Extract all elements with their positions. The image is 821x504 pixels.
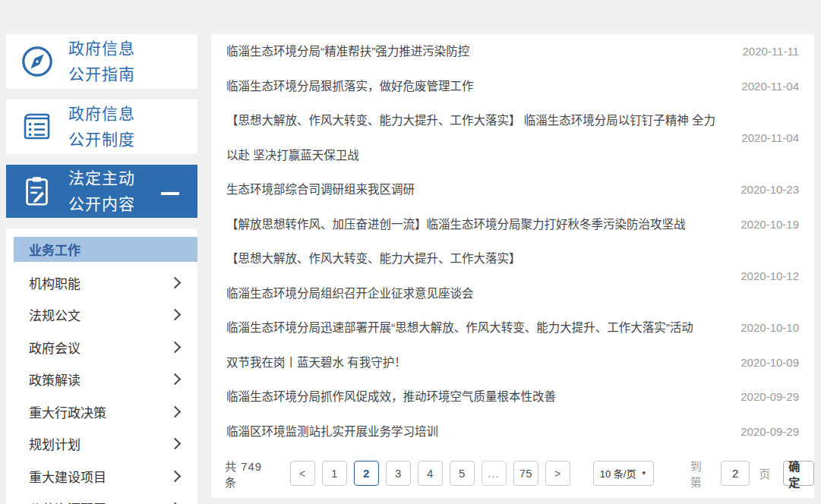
news-date: 2020-09-29 bbox=[734, 390, 799, 403]
sidebar-item-policy-interpretation[interactable]: 政策解读 bbox=[6, 364, 197, 396]
page-button-75[interactable]: 75 bbox=[513, 461, 538, 486]
minus-icon bbox=[161, 192, 179, 195]
page-button-2-active[interactable]: 2 bbox=[354, 461, 379, 486]
menu-item-label: 公共资源配置 bbox=[29, 499, 106, 504]
sidebar: 政府信息 公开指南 政府信息 公开制度 bbox=[6, 34, 197, 504]
ledger-icon bbox=[6, 109, 68, 145]
list-item[interactable]: 临淄区环境监测站扎实开展业务学习培训 2020-09-29 bbox=[211, 414, 814, 449]
goto-page-input[interactable] bbox=[721, 461, 750, 486]
news-date: 2020-09-29 bbox=[734, 425, 799, 438]
news-title-link[interactable]: 临淄生态环境分局迅速部署开展“思想大解放、作风大转变、能力大提升、工作大落实”活… bbox=[226, 310, 720, 345]
list-item[interactable]: 双节我在岗丨蓝天碧水 有我守护！ 2020-10-09 bbox=[211, 345, 814, 380]
sidebar-item-planning[interactable]: 规划计划 bbox=[6, 428, 197, 461]
news-date: 2020-10-09 bbox=[734, 356, 799, 369]
pagination-bar: 共 749 条 < 1 2 3 4 5 ... 75 > 10 条/页 ▼ 到第… bbox=[211, 449, 814, 498]
news-title-link[interactable]: 【思想大解放、作风大转变、能力大提升、工作大落实】 临淄生态环境分局组织召开企业… bbox=[226, 241, 720, 310]
sidebar-item-regulations[interactable]: 法规公文 bbox=[6, 299, 197, 332]
menu-item-label: 法规公文 bbox=[29, 305, 81, 324]
chevron-right-icon bbox=[169, 341, 182, 353]
list-item[interactable]: 临淄生态环境分局狠抓落实，做好危废管理工作 2020-11-04 bbox=[211, 69, 814, 104]
news-title-link[interactable]: 生态环境部综合司调研组来我区调研 bbox=[226, 172, 720, 207]
sidebar-item-major-decisions[interactable]: 重大行政决策 bbox=[6, 395, 197, 428]
list-item[interactable]: 临淄生态环境分局抓作风促成效，推动环境空气质量根本性改善 2020-09-29 bbox=[211, 380, 814, 414]
news-date: 2020-11-04 bbox=[734, 131, 799, 144]
sidebar-item-public-resources[interactable]: 公共资源配置 bbox=[6, 493, 197, 504]
news-date: 2020-10-23 bbox=[734, 183, 799, 196]
news-date: 2020-11-04 bbox=[734, 80, 799, 93]
news-date: 2020-10-19 bbox=[734, 218, 799, 231]
menu-item-label: 政府会议 bbox=[29, 338, 81, 357]
list-item[interactable]: 临淄生态环境分局迅速部署开展“思想大解放、作风大转变、能力大提升、工作大落实”活… bbox=[211, 310, 814, 345]
chevron-right-icon bbox=[169, 405, 182, 417]
menu-item-label: 规划计划 bbox=[29, 434, 81, 453]
sidebar-item-gov-meetings[interactable]: 政府会议 bbox=[6, 331, 197, 364]
list-item[interactable]: 【解放思想转作风、加压奋进创一流】临淄生态环境分局聚力打好秋冬季污染防治攻坚战 … bbox=[211, 207, 814, 242]
page-button-4[interactable]: 4 bbox=[418, 461, 443, 486]
news-title-link[interactable]: 双节我在岗丨蓝天碧水 有我守护！ bbox=[226, 345, 720, 380]
sidebar-submenu: 业务工作 机构职能 法规公文 政府会议 政策解读 重大行政决策 规划计划 重大建… bbox=[6, 228, 197, 504]
list-item[interactable]: 【思想大解放、作风大转变、能力大提升、工作大落实】 临淄生态环境分局以钉钉子精神… bbox=[211, 103, 814, 172]
page-ellipsis-button[interactable]: ... bbox=[482, 461, 507, 486]
menu-item-label: 机构职能 bbox=[29, 273, 81, 292]
news-date: 2020-11-11 bbox=[734, 45, 799, 58]
goto-page-suffix: 页 bbox=[759, 465, 771, 481]
chevron-right-icon bbox=[169, 470, 182, 482]
page-button-1[interactable]: 1 bbox=[322, 461, 347, 486]
news-title-link[interactable]: 【解放思想转作风、加压奋进创一流】临淄生态环境分局聚力打好秋冬季污染防治攻坚战 bbox=[226, 207, 720, 242]
chevron-right-icon bbox=[169, 438, 182, 450]
news-title-link[interactable]: 临淄生态环境分局抓作风促成效，推动环境空气质量根本性改善 bbox=[226, 380, 720, 414]
prev-page-button[interactable]: < bbox=[290, 461, 315, 486]
list-item[interactable]: 临淄生态环境分局“精准帮扶”强力推进污染防控 2020-11-11 bbox=[211, 34, 814, 69]
menu-item-label: 业务工作 bbox=[29, 240, 81, 259]
page-size-label: 10 条/页 bbox=[600, 466, 636, 480]
sidebar-item-statutory-disclosure[interactable]: 法定主动 公开内容 bbox=[6, 165, 197, 218]
menu-item-label: 重大行政决策 bbox=[29, 402, 106, 421]
list-item[interactable]: 【思想大解放、作风大转变、能力大提升、工作大落实】 临淄生态环境分局组织召开企业… bbox=[211, 241, 814, 310]
list-item[interactable]: 生态环境部综合司调研组来我区调研 2020-10-23 bbox=[211, 172, 814, 207]
page: { "colors": { "accent_blue": "#2e6cb0", … bbox=[0, 0, 821, 504]
compass-icon bbox=[6, 44, 68, 79]
page-size-select[interactable]: 10 条/页 ▼ bbox=[593, 461, 654, 486]
goto-page-prefix: 到第 bbox=[690, 458, 712, 490]
sidebar-item-business-work[interactable]: 业务工作 bbox=[14, 237, 197, 262]
sidebar-item-label: 政府信息 公开制度 bbox=[68, 101, 135, 153]
dropdown-caret-icon: ▼ bbox=[641, 470, 647, 477]
sidebar-item-disclosure-system[interactable]: 政府信息 公开制度 bbox=[6, 99, 197, 154]
total-count-label: 共 749 条 bbox=[225, 458, 273, 490]
sidebar-item-label: 政府信息 公开指南 bbox=[68, 36, 135, 87]
news-title-link[interactable]: 【思想大解放、作风大转变、能力大提升、工作大落实】 临淄生态环境分局以钉钉子精神… bbox=[226, 103, 720, 172]
chevron-right-icon bbox=[169, 276, 182, 288]
chevron-right-icon bbox=[169, 373, 182, 386]
menu-item-label: 政策解读 bbox=[29, 370, 81, 389]
sidebar-item-label: 法定主动 公开内容 bbox=[68, 165, 135, 217]
news-date: 2020-10-12 bbox=[734, 269, 799, 282]
news-date: 2020-10-10 bbox=[734, 321, 799, 334]
clipboard-pencil-icon bbox=[6, 174, 68, 209]
sidebar-item-major-projects[interactable]: 重大建设项目 bbox=[6, 460, 197, 493]
news-list-panel: 临淄生态环境分局“精准帮扶”强力推进污染防控 2020-11-11 临淄生态环境… bbox=[211, 34, 814, 498]
news-title-link[interactable]: 临淄区环境监测站扎实开展业务学习培训 bbox=[226, 414, 720, 449]
confirm-button[interactable]: 确定 bbox=[783, 461, 814, 486]
news-title-link[interactable]: 临淄生态环境分局“精准帮扶”强力推进污染防控 bbox=[226, 34, 720, 69]
chevron-right-icon bbox=[169, 309, 182, 321]
sidebar-item-org-functions[interactable]: 机构职能 bbox=[6, 266, 197, 299]
news-title-link[interactable]: 临淄生态环境分局狠抓落实，做好危废管理工作 bbox=[226, 69, 720, 104]
page-button-5[interactable]: 5 bbox=[450, 461, 475, 486]
page-button-3[interactable]: 3 bbox=[386, 461, 411, 486]
next-page-button[interactable]: > bbox=[545, 461, 570, 486]
menu-item-label: 重大建设项目 bbox=[29, 467, 106, 486]
sidebar-item-disclosure-guide[interactable]: 政府信息 公开指南 bbox=[6, 34, 197, 89]
